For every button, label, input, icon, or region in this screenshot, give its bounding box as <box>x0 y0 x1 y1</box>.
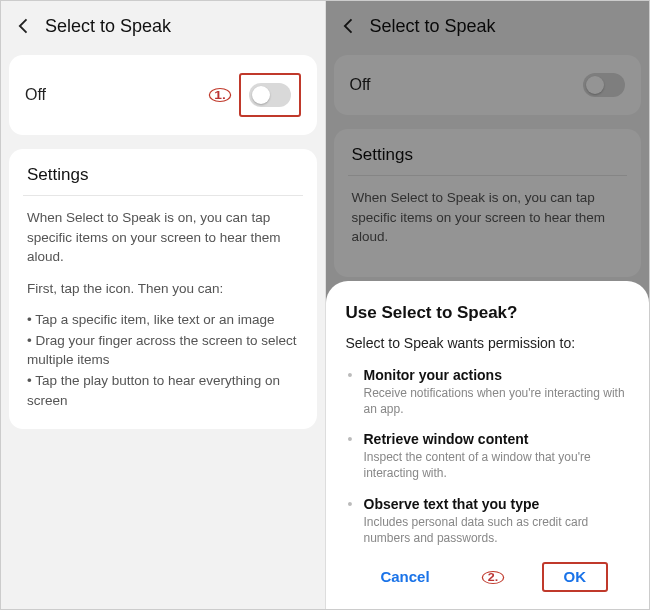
permission-desc: Includes personal data such as credit ca… <box>364 514 630 546</box>
dialog-title: Use Select to Speak? <box>346 303 630 323</box>
desc-para-2: First, tap the icon. Then you can: <box>27 279 299 299</box>
permission-item: Retrieve window content Inspect the cont… <box>346 431 630 481</box>
permission-desc: Receive notifications when you're intera… <box>364 385 630 417</box>
permission-list: Monitor your actions Receive notificatio… <box>346 367 630 546</box>
desc-bullets: Tap a specific item, like text or an ima… <box>27 310 299 410</box>
step-2-badge: 2. <box>481 571 504 584</box>
state-label: Off <box>25 86 211 104</box>
back-icon[interactable] <box>13 15 35 37</box>
desc-bullet: Drag your finger across the screen to se… <box>27 331 299 370</box>
settings-description: When Select to Speak is on, you can tap … <box>9 196 317 429</box>
permission-dialog: Use Select to Speak? Select to Speak wan… <box>326 281 650 609</box>
left-screenshot: Select to Speak Off 1. Settings When Sel… <box>1 1 326 609</box>
toggle-highlight <box>239 73 301 117</box>
desc-bullet: Tap a specific item, like text or an ima… <box>27 310 299 330</box>
ok-highlight: OK <box>542 562 609 592</box>
feature-toggle-row[interactable]: Off 1. <box>9 55 317 135</box>
step-1-badge: 1. <box>208 88 231 102</box>
permission-title: Retrieve window content <box>364 431 630 447</box>
permission-item: Observe text that you type Includes pers… <box>346 496 630 546</box>
desc-bullet: Tap the play button to hear everything o… <box>27 371 299 410</box>
header-bar: Select to Speak <box>1 1 325 55</box>
permission-desc: Inspect the content of a window that you… <box>364 449 630 481</box>
permission-title: Observe text that you type <box>364 496 630 512</box>
feature-toggle[interactable] <box>249 83 291 107</box>
dialog-buttons: Cancel 2. OK <box>346 560 630 593</box>
desc-para-1: When Select to Speak is on, you can tap … <box>27 208 299 267</box>
settings-card: Settings When Select to Speak is on, you… <box>9 149 317 429</box>
permission-item: Monitor your actions Receive notificatio… <box>346 367 630 417</box>
permission-title: Monitor your actions <box>364 367 630 383</box>
dialog-subtitle: Select to Speak wants permission to: <box>346 335 630 351</box>
cancel-button[interactable]: Cancel <box>366 560 443 593</box>
ok-button[interactable]: OK <box>550 560 601 593</box>
state-card: Off 1. <box>9 55 317 135</box>
settings-heading[interactable]: Settings <box>9 149 317 195</box>
right-screenshot: Select to Speak Off Settings When Select… <box>326 1 650 609</box>
page-title: Select to Speak <box>45 16 171 37</box>
